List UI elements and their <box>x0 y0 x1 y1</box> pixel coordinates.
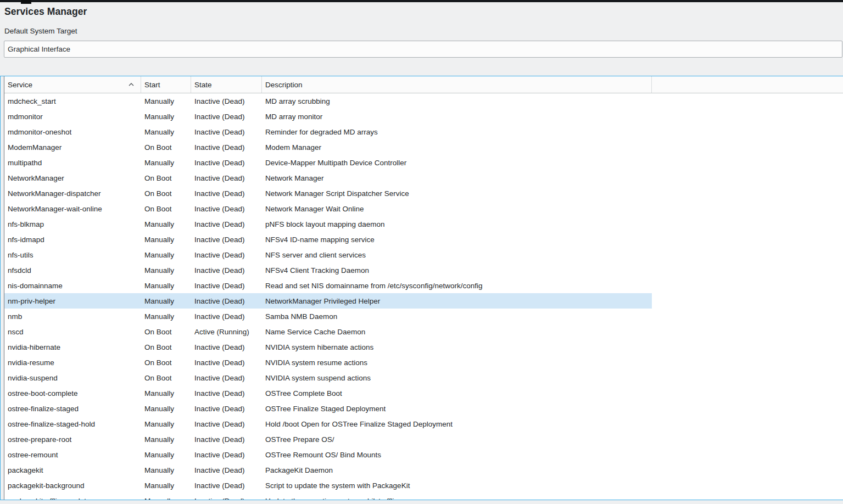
service-cell: nmb <box>4 312 141 321</box>
column-header-start[interactable]: Start <box>141 76 191 93</box>
service-cell: nfs-utils <box>4 251 141 259</box>
start-cell: Manually <box>141 497 191 500</box>
state-cell: Inactive (Dead) <box>191 128 262 136</box>
state-cell: Active (Running) <box>191 328 262 336</box>
start-cell: On Boot <box>141 189 191 198</box>
table-row[interactable]: nfsdcld Manually Inactive (Dead) NFSv4 C… <box>4 262 652 278</box>
column-header-service-label: Service <box>8 81 32 89</box>
window-edge-bar <box>0 0 843 2</box>
description-cell: OSTree Finalize Staged Deployment <box>262 405 652 413</box>
description-cell: NFSv4 ID-name mapping service <box>262 236 652 244</box>
column-header-service[interactable]: Service <box>4 76 141 93</box>
sort-ascending-icon <box>129 83 134 86</box>
table-row[interactable]: nscd On Boot Active (Running) Name Servi… <box>4 324 652 339</box>
description-cell: MD array monitor <box>262 113 652 121</box>
column-header-state[interactable]: State <box>191 76 262 93</box>
description-cell: NVIDIA system resume actions <box>262 359 652 367</box>
table-row[interactable]: nfs-blkmap Manually Inactive (Dead) pNFS… <box>4 216 652 232</box>
column-header-filler <box>652 76 843 93</box>
table-row[interactable]: nis-domainname Manually Inactive (Dead) … <box>4 278 652 293</box>
description-cell: NetworkManager Privileged Helper <box>262 297 652 305</box>
state-cell: Inactive (Dead) <box>191 174 262 182</box>
service-cell: nfs-idmapd <box>4 236 141 244</box>
service-cell: NetworkManager-wait-online <box>4 205 141 213</box>
start-cell: On Boot <box>141 374 191 382</box>
state-cell: Inactive (Dead) <box>191 205 262 213</box>
state-cell: Inactive (Dead) <box>191 374 262 382</box>
start-cell: Manually <box>141 97 191 105</box>
table-row[interactable]: NetworkManager On Boot Inactive (Dead) N… <box>4 170 652 186</box>
start-cell: Manually <box>141 420 191 428</box>
description-cell: Device-Mapper Multipath Device Controlle… <box>262 159 652 167</box>
table-row[interactable]: nfs-idmapd Manually Inactive (Dead) NFSv… <box>4 232 652 247</box>
start-cell: Manually <box>141 466 191 474</box>
service-cell: multipathd <box>4 159 141 167</box>
state-cell: Inactive (Dead) <box>191 159 262 167</box>
state-cell: Inactive (Dead) <box>191 343 262 351</box>
start-cell: On Boot <box>141 205 191 213</box>
description-cell: pNFS block layout mapping daemon <box>262 220 652 228</box>
description-cell: NFS server and client services <box>262 251 652 259</box>
service-cell: ostree-boot-complete <box>4 389 141 397</box>
start-cell: Manually <box>141 266 191 275</box>
table-row[interactable]: mdmonitor Manually Inactive (Dead) MD ar… <box>4 109 652 124</box>
table-row[interactable]: nvidia-resume On Boot Inactive (Dead) NV… <box>4 355 652 370</box>
table-row[interactable]: ostree-finalize-staged Manually Inactive… <box>4 401 652 416</box>
table-row[interactable]: nm-priv-helper Manually Inactive (Dead) … <box>4 293 652 309</box>
start-cell: Manually <box>141 451 191 459</box>
state-cell: Inactive (Dead) <box>191 297 262 305</box>
description-cell: Script to update the system with Package… <box>262 481 652 490</box>
table-row[interactable]: packagekit-offline-update Manually Inact… <box>4 493 652 500</box>
table-row[interactable]: NetworkManager-wait-online On Boot Inact… <box>4 201 652 216</box>
start-cell: Manually <box>141 113 191 121</box>
state-cell: Inactive (Dead) <box>191 143 262 152</box>
description-cell: Network Manager <box>262 174 652 182</box>
table-row[interactable]: packagekit-background Manually Inactive … <box>4 478 652 493</box>
state-cell: Inactive (Dead) <box>191 389 262 397</box>
service-cell: NetworkManager <box>4 174 141 182</box>
service-cell: packagekit-background <box>4 481 141 490</box>
table-row[interactable]: nfs-utils Manually Inactive (Dead) NFS s… <box>4 247 652 262</box>
service-cell: nscd <box>4 328 141 336</box>
state-cell: Inactive (Dead) <box>191 497 262 500</box>
table-row[interactable]: nmb Manually Inactive (Dead) Samba NMB D… <box>4 309 652 324</box>
table-row[interactable]: NetworkManager-dispatcher On Boot Inacti… <box>4 186 652 201</box>
start-cell: Manually <box>141 297 191 305</box>
description-cell: MD array scrubbing <box>262 97 652 105</box>
service-cell: packagekit <box>4 466 141 474</box>
description-cell: Read and set NIS domainname from /etc/sy… <box>262 282 652 290</box>
table-row[interactable]: mdcheck_start Manually Inactive (Dead) M… <box>4 93 652 109</box>
state-cell: Inactive (Dead) <box>191 97 262 105</box>
service-cell: mdcheck_start <box>4 97 141 105</box>
description-cell: NVIDIA system hibernate actions <box>262 343 652 351</box>
table-row[interactable]: ostree-remount Manually Inactive (Dead) … <box>4 447 652 462</box>
table-row[interactable]: ostree-boot-complete Manually Inactive (… <box>4 385 652 401</box>
description-cell: OSTree Prepare OS/ <box>262 435 652 444</box>
table-row[interactable]: ostree-prepare-root Manually Inactive (D… <box>4 432 652 447</box>
table-row[interactable]: nvidia-hibernate On Boot Inactive (Dead)… <box>4 339 652 355</box>
start-cell: On Boot <box>141 359 191 367</box>
start-cell: Manually <box>141 128 191 136</box>
column-header-start-label: Start <box>144 81 160 89</box>
table-row[interactable]: packagekit Manually Inactive (Dead) Pack… <box>4 462 652 478</box>
start-cell: On Boot <box>141 328 191 336</box>
state-cell: Inactive (Dead) <box>191 251 262 259</box>
default-system-target-select[interactable]: Graphical Interface <box>4 41 842 58</box>
start-cell: Manually <box>141 220 191 228</box>
service-cell: nis-domainname <box>4 282 141 290</box>
table-row[interactable]: mdmonitor-oneshot Manually Inactive (Dea… <box>4 124 652 139</box>
table-row[interactable]: multipathd Manually Inactive (Dead) Devi… <box>4 155 652 170</box>
service-cell: nvidia-resume <box>4 359 141 367</box>
state-cell: Inactive (Dead) <box>191 466 262 474</box>
state-cell: Inactive (Dead) <box>191 220 262 228</box>
start-cell: Manually <box>141 481 191 490</box>
description-cell: OSTree Complete Boot <box>262 389 652 397</box>
table-row[interactable]: ostree-finalize-staged-hold Manually Ina… <box>4 416 652 432</box>
description-cell: NFSv4 Client Tracking Daemon <box>262 266 652 275</box>
column-header-description[interactable]: Description <box>262 76 652 93</box>
state-cell: Inactive (Dead) <box>191 266 262 275</box>
service-cell: nvidia-hibernate <box>4 343 141 351</box>
service-cell: nm-priv-helper <box>4 297 141 305</box>
table-row[interactable]: nvidia-suspend On Boot Inactive (Dead) N… <box>4 370 652 385</box>
table-row[interactable]: ModemManager On Boot Inactive (Dead) Mod… <box>4 139 652 155</box>
